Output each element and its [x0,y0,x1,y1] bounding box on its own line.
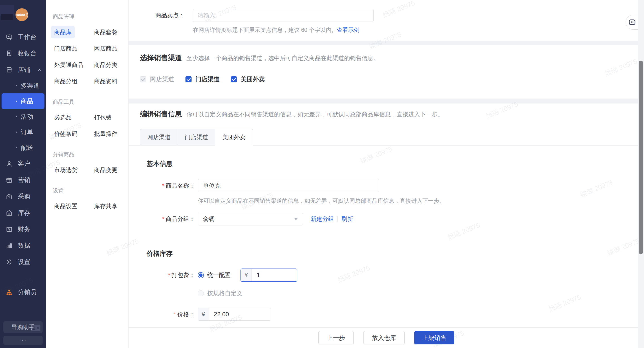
channel-checkbox-meituan[interactable]: 美团外卖 [231,75,265,83]
sidebar-item-finance[interactable]: 财务 [0,221,46,237]
packing-fee-input[interactable] [252,269,297,281]
required-mark: * [174,311,176,318]
sidebar-subitem-label: 商品 [21,97,33,106]
sidebar: Boloo 很忙 工作台 收银台 店铺 [0,0,46,348]
meituan-tab-content: 基本信息 *商品名称： 你可以自定义商品在不同销售渠道的信息，如无差异，可默认同… [129,146,644,320]
price-label: *价格： [147,310,198,318]
sidebar-subitem-delivery[interactable]: 配送 [2,140,44,155]
radio-selected-icon[interactable] [198,272,204,278]
previous-step-button[interactable]: 上一步 [318,331,354,344]
brand-logo-text: Boloo [16,13,25,16]
radio-disabled-icon[interactable] [198,290,204,296]
section-gap [129,41,644,45]
menu-item-goods-info[interactable]: 商品资料 [91,75,120,88]
goods-name-row: *商品名称： [147,179,644,192]
bullet-dot [16,132,17,133]
menu-grid: 必选品 打包费 价签条码 批量操作 [51,111,128,140]
sidebar-subitem-label: 多渠道 [21,82,40,90]
goods-group-row: *商品分组： 套餐 新建分组 刷新 [147,212,644,226]
menu-grid: 商品库 商品套餐 门店商品 网店商品 外卖通商品 商品分类 商品分组 商品资料 [51,26,128,88]
sidebar-item-purchase[interactable]: 采购 [0,188,46,204]
sidebar-item-customers[interactable]: 客户 [0,155,46,172]
sidebar-subitem-orders[interactable]: 订单 [2,124,44,140]
menu-item-inventory-sharing[interactable]: 库存共享 [91,200,120,212]
menu-item-market-selection[interactable]: 市场选货 [51,164,80,176]
bullet-dot [16,100,17,102]
sidebar-divider [0,316,46,316]
sidebar-item-shop[interactable]: 店铺 [0,62,46,78]
goods-name-label: *商品名称： [147,182,198,190]
bar-chart-icon [6,242,13,249]
channel-section-title: 选择销售渠道 [140,54,182,62]
menu-item-required-goods[interactable]: 必选品 [51,111,75,124]
goods-group-select[interactable]: 套餐 [198,212,303,226]
scrollbar-thumb[interactable] [638,60,643,254]
footer-action-bar: 上一步 放入仓库 上架销售 [129,327,644,348]
finance-icon [6,226,13,233]
refresh-link[interactable]: 刷新 [341,215,353,223]
menu-item-store-goods[interactable]: 门店商品 [51,42,80,55]
tab-offline-store[interactable]: 门店渠道 [178,129,215,146]
bullet-dot [16,85,17,86]
menu-item-goods-library[interactable]: 商品库 [51,26,75,38]
sidebar-item-data[interactable]: 数据 [0,237,46,254]
sidebar-item-marketing[interactable]: 营销 [0,172,46,188]
goods-group-label: *商品分组： [147,215,198,223]
menu-item-online-goods[interactable]: 网店商品 [91,42,120,55]
sidebar-subitem-label: 活动 [21,112,33,121]
warehouse-icon [6,209,13,216]
menu-item-goods-changes[interactable]: 商品变更 [91,164,120,176]
sidebar-more-button[interactable]: ··· [3,336,43,345]
put-in-warehouse-button[interactable]: 放入仓库 [363,331,405,344]
menu-item-packing-fee[interactable]: 打包费 [91,111,115,124]
channel-checkbox-online-store[interactable]: 网店渠道 [140,75,174,83]
tab-meituan[interactable]: 美团外卖 [215,129,253,146]
selling-point-hint: 在网店详情页标题下面展示卖点信息，建议 60 个字以内。查看示例 [193,26,644,34]
channel-section-desc: 至少选择一个商品的销售渠道，选中后可自定义商品在此渠道的销售信息。 [186,55,379,62]
menu-item-goods-combo[interactable]: 商品套餐 [91,26,120,38]
menu-section-title: 商品工具 [51,98,128,106]
sidebar-item-label: 数据 [18,241,30,250]
menu-item-takeout-goods[interactable]: 外卖通商品 [51,59,86,71]
menu-item-goods-category[interactable]: 商品分类 [91,59,120,71]
brand-logo-badge: 很忙 [26,13,28,17]
sidebar-subitem-activity[interactable]: 活动 [2,109,44,124]
tab-online-store[interactable]: 网店渠道 [140,129,178,146]
gift-icon [6,176,13,184]
sidebar-item-cashier[interactable]: 收银台 [0,45,46,62]
price-row: *价格： ¥ [147,308,644,320]
sidebar-item-label: 设置 [18,258,30,266]
brand-logo[interactable]: Boloo 很忙 [16,8,28,21]
publish-for-sale-button[interactable]: 上架销售 [414,331,454,344]
selling-point-input[interactable] [193,9,374,22]
menu-item-goods-settings[interactable]: 商品设置 [51,200,80,212]
menu-section-title: 设置 [51,187,128,194]
menu-item-batch-operations[interactable]: 批量操作 [91,128,120,140]
sidebar-subitem-label: 配送 [21,144,33,152]
shopping-guide-assistant-button[interactable]: 导购助手 [3,321,43,333]
price-input[interactable] [209,308,271,320]
goods-name-input[interactable] [198,179,379,192]
sidebar-item-inventory[interactable]: 库存 [0,204,46,221]
checkbox-checked-icon [231,76,237,82]
view-example-link[interactable]: 查看示例 [337,27,360,33]
channel-checkbox-row: 网店渠道 门店渠道 美团外卖 [140,75,644,83]
menu-item-price-tag-barcode[interactable]: 价签条码 [51,128,80,140]
channel-checkbox-offline-store[interactable]: 门店渠道 [186,75,220,83]
required-mark: * [162,216,164,222]
sidebar-item-label: 营销 [18,176,30,184]
selling-point-section: 商品卖点： 在网店详情页标题下面展示卖点信息，建议 60 个字以内。查看示例 [129,0,644,41]
sidebar-item-distributor[interactable]: 分销员 [0,284,46,300]
channel-select-section: 选择销售渠道 至少选择一个商品的销售渠道，选中后可自定义商品在此渠道的销售信息。… [129,45,644,98]
menu-section: 分销商品 市场选货 商品变更 [51,151,128,176]
sidebar-subitem-goods[interactable]: 商品 [2,94,44,109]
chevron-up-icon[interactable] [36,67,42,73]
bullet-dot [16,147,17,148]
menu-grid: 商品设置 库存共享 [51,200,128,212]
menu-item-goods-group[interactable]: 商品分组 [51,75,80,88]
goods-group-value: 套餐 [203,215,215,223]
new-group-link[interactable]: 新建分组 [310,215,334,223]
sidebar-item-workbench[interactable]: 工作台 [0,29,46,45]
sidebar-subitem-multichannel[interactable]: 多渠道 [2,78,44,94]
sidebar-item-settings[interactable]: 设置 [0,254,46,270]
